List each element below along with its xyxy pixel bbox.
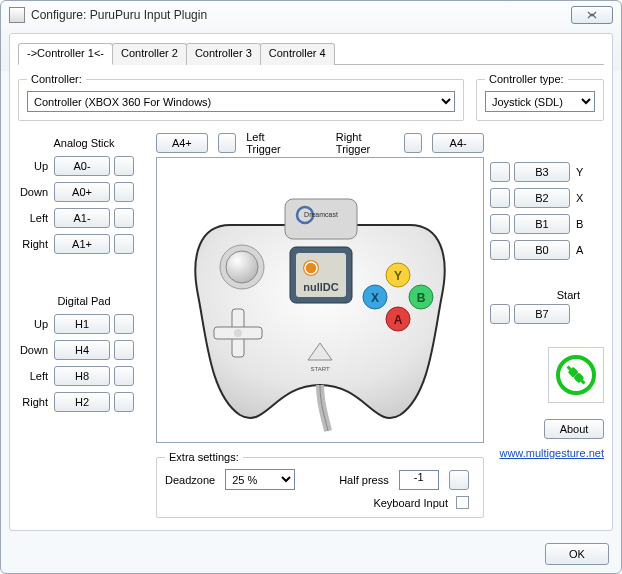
analog-right-label: Right	[18, 238, 50, 250]
analog-right-button[interactable]: A1+	[54, 234, 110, 254]
close-button[interactable]	[571, 6, 613, 24]
controller-image: Dreamcast nullDC	[156, 157, 484, 443]
face-b-label: B	[574, 218, 586, 230]
analog-left-button[interactable]: A1-	[54, 208, 110, 228]
ok-button[interactable]: OK	[545, 543, 609, 565]
svg-text:START: START	[310, 366, 329, 372]
analog-up-clear[interactable]	[114, 156, 134, 176]
svg-text:A: A	[394, 313, 403, 327]
analog-up-row: Up A0-	[18, 155, 150, 177]
start-row: B7	[490, 303, 604, 325]
left-trigger-button[interactable]: A4+	[156, 133, 208, 153]
tab-controller-4[interactable]: Controller 4	[260, 43, 335, 65]
digital-left-button[interactable]: H8	[54, 366, 110, 386]
controller-type-fieldset: Controller type: Joystick (SDL)	[476, 73, 604, 121]
status-icon-box	[548, 347, 604, 403]
digital-up-clear[interactable]	[114, 314, 134, 334]
center-column: A4+ Left Trigger Right Trigger A4-	[156, 129, 484, 518]
controller-type-select[interactable]: Joystick (SDL)	[485, 91, 595, 112]
left-column: Analog Stick Up A0- Down A0+ Left A1-	[18, 129, 150, 518]
right-column: B3 Y B2 X B1 B B0 A	[490, 129, 604, 518]
tab-controller-1[interactable]: ->Controller 1<-	[18, 43, 113, 65]
right-trigger-clear[interactable]	[404, 133, 423, 153]
about-button[interactable]: About	[544, 419, 604, 439]
digital-right-clear[interactable]	[114, 392, 134, 412]
keyboard-input-checkbox[interactable]	[456, 496, 469, 509]
halfpress-value[interactable]: -1	[399, 470, 439, 490]
tab-controller-3[interactable]: Controller 3	[186, 43, 261, 65]
face-x-row: B2 X	[490, 187, 604, 209]
face-y-label: Y	[574, 166, 586, 178]
analog-down-button[interactable]: A0+	[54, 182, 110, 202]
dialog-window: Configure: PuruPuru Input Plugin ->Contr…	[0, 0, 622, 574]
digital-down-clear[interactable]	[114, 340, 134, 360]
screen-text: nullDC	[303, 281, 338, 293]
digital-down-label: Down	[18, 344, 50, 356]
digital-up-label: Up	[18, 318, 50, 330]
controller-select[interactable]: Controller (XBOX 360 For Windows)	[27, 91, 455, 112]
keyboard-input-label: Keyboard Input	[373, 497, 448, 509]
app-icon	[9, 7, 25, 23]
controller-row: Controller: Controller (XBOX 360 For Win…	[18, 73, 604, 121]
plug-connected-icon	[554, 353, 598, 397]
right-trigger-label: Right Trigger	[336, 131, 394, 155]
window-title: Configure: PuruPuru Input Plugin	[31, 8, 571, 22]
digital-up-row: Up H1	[18, 313, 150, 335]
halfpress-clear[interactable]	[449, 470, 469, 490]
analog-left-clear[interactable]	[114, 208, 134, 228]
website-link[interactable]: www.multigesture.net	[490, 447, 604, 459]
face-a-row: B0 A	[490, 239, 604, 261]
start-heading: Start	[490, 289, 604, 301]
extra-settings-legend: Extra settings:	[165, 451, 243, 463]
left-trigger-clear[interactable]	[218, 133, 237, 153]
analog-down-label: Down	[18, 186, 50, 198]
controller-legend: Controller:	[27, 73, 86, 85]
analog-left-row: Left A1-	[18, 207, 150, 229]
digital-up-button[interactable]: H1	[54, 314, 110, 334]
digital-left-label: Left	[18, 370, 50, 382]
face-a-clear[interactable]	[490, 240, 510, 260]
trigger-bar: A4+ Left Trigger Right Trigger A4-	[156, 129, 484, 157]
analog-up-button[interactable]: A0-	[54, 156, 110, 176]
face-y-button[interactable]: B3	[514, 162, 570, 182]
svg-text:B: B	[417, 291, 426, 305]
digital-heading: Digital Pad	[18, 295, 150, 307]
svg-point-8	[234, 329, 242, 337]
main-area: Analog Stick Up A0- Down A0+ Left A1-	[18, 129, 604, 518]
digital-left-row: Left H8	[18, 365, 150, 387]
svg-point-5	[226, 251, 258, 283]
tab-controller-2[interactable]: Controller 2	[112, 43, 187, 65]
face-x-button[interactable]: B2	[514, 188, 570, 208]
analog-right-clear[interactable]	[114, 234, 134, 254]
face-y-row: B3 Y	[490, 161, 604, 183]
deadzone-select[interactable]: 25 %	[225, 469, 295, 490]
brand-text: Dreamcast	[304, 211, 338, 218]
face-b-button[interactable]: B1	[514, 214, 570, 234]
analog-down-row: Down A0+	[18, 181, 150, 203]
svg-line-22	[582, 381, 585, 384]
digital-right-row: Right H2	[18, 391, 150, 413]
start-clear[interactable]	[490, 304, 510, 324]
digital-left-clear[interactable]	[114, 366, 134, 386]
titlebar: Configure: PuruPuru Input Plugin	[1, 1, 621, 29]
face-a-label: A	[574, 244, 586, 256]
digital-down-button[interactable]: H4	[54, 340, 110, 360]
digital-right-button[interactable]: H2	[54, 392, 110, 412]
controller-type-legend: Controller type:	[485, 73, 568, 85]
analog-down-clear[interactable]	[114, 182, 134, 202]
face-y-clear[interactable]	[490, 162, 510, 182]
face-x-clear[interactable]	[490, 188, 510, 208]
digital-down-row: Down H4	[18, 339, 150, 361]
close-icon	[585, 11, 599, 19]
face-a-button[interactable]: B0	[514, 240, 570, 260]
face-b-clear[interactable]	[490, 214, 510, 234]
analog-up-label: Up	[18, 160, 50, 172]
svg-text:X: X	[371, 291, 379, 305]
digital-right-label: Right	[18, 396, 50, 408]
start-button[interactable]: B7	[514, 304, 570, 324]
analog-left-label: Left	[18, 212, 50, 224]
right-trigger-button[interactable]: A4-	[432, 133, 484, 153]
analog-heading: Analog Stick	[18, 137, 150, 149]
dialog-content: ->Controller 1<- Controller 2 Controller…	[9, 33, 613, 531]
left-trigger-label: Left Trigger	[246, 131, 297, 155]
